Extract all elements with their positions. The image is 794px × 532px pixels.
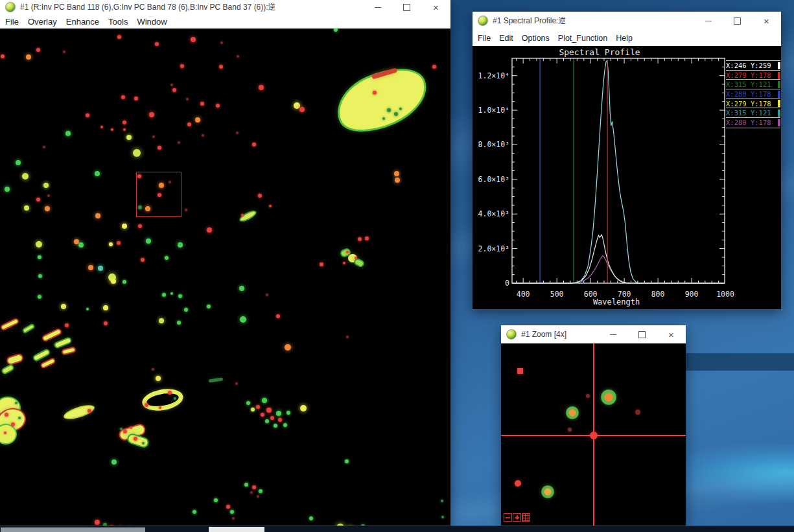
zoom-titlebar[interactable]: #1 Zoom [4x] × [501,325,686,343]
menu-item-file[interactable]: File [478,34,491,43]
selection-box[interactable] [136,172,181,217]
taskbar[interactable] [0,526,794,532]
particle [200,102,204,106]
legend-color-bar [778,72,780,79]
svg-text:400: 400 [517,290,530,299]
particle [38,274,42,278]
minimize-button[interactable] [694,12,723,30]
particle-bar [1,364,15,375]
envi-app-icon [478,16,488,26]
minimize-icon [610,334,616,335]
taskbar-app-segment[interactable] [1,527,145,532]
svg-text:4.0×10³: 4.0×10³ [478,209,509,218]
legend-entry[interactable]: X:279 Y:178 [726,70,780,80]
spectral-titlebar[interactable]: #1 Spectral Profile:逆 × [473,12,781,30]
spectral-plot-area[interactable]: 400500600700800900100002.0×10³4.0×10³6.0… [473,46,781,309]
particle [104,321,108,325]
particle [276,411,281,416]
particle [283,423,287,427]
particle [159,406,161,409]
close-button[interactable]: × [657,325,686,343]
particle [109,242,113,246]
close-icon: × [433,3,439,12]
particle [155,42,159,46]
particle [146,238,151,244]
spectral-profile-window: #1 Spectral Profile:逆 × FileEditOptionsP… [473,12,781,309]
particle [11,422,15,426]
minimize-icon [375,7,381,8]
particle [98,266,103,271]
particle [123,280,126,284]
particle [252,485,256,489]
particle [258,194,262,198]
particle [158,146,161,150]
particle [1,54,5,58]
menu-item-tools[interactable]: Tools [108,17,128,27]
spectral-menubar: FileEditOptionsPlot_FunctionHelp [473,30,781,46]
taskbar-app-segment[interactable] [209,527,264,532]
particle [134,437,137,441]
menu-item-file[interactable]: File [5,17,19,27]
wallpaper-dark-band [681,353,794,371]
particle [121,95,125,99]
particle-bar [61,346,76,355]
zoom-particle-ring [541,485,555,499]
legend-entry[interactable]: X:246 Y:259 [726,60,780,71]
close-button[interactable]: × [752,12,781,30]
legend-entry[interactable]: X:279 Y:178 [726,98,780,108]
legend-entry[interactable]: X:280 Y:178 [726,117,780,128]
particle [373,91,377,95]
particle [256,405,260,409]
menu-item-edit[interactable]: Edit [499,34,513,43]
menu-item-window[interactable]: Window [137,17,167,27]
minimize-button[interactable] [363,0,392,14]
zoom-out-button[interactable] [504,513,512,522]
menu-item-plot-function[interactable]: Plot_Function [558,34,607,43]
particle [149,112,154,117]
particle [38,255,41,259]
menu-item-options[interactable]: Options [522,34,550,43]
particle [230,510,234,514]
maximize-button[interactable] [627,325,657,343]
svg-text:Spectral Profile: Spectral Profile [559,47,640,57]
particle [168,391,172,395]
particle [387,108,391,112]
particle [252,143,256,146]
particle [399,108,402,110]
particle [300,405,307,411]
grid-toggle-button[interactable] [522,513,530,522]
minimize-button[interactable] [598,325,627,343]
maximize-button[interactable] [723,12,752,30]
particle [251,408,255,411]
legend-color-bar [778,119,780,126]
main-menubar: FileOverlayEnhanceToolsWindow [0,14,450,29]
particle [172,88,176,92]
particle [134,97,138,100]
particle [259,489,263,493]
particle [111,459,117,465]
particle-ring [141,386,185,414]
particle [43,146,45,148]
close-button[interactable]: × [421,0,450,14]
particle [78,242,84,248]
menu-item-enhance[interactable]: Enhance [66,17,99,27]
zoom-canvas[interactable] [501,343,686,526]
particle [262,398,267,403]
zoom-in-button[interactable] [513,513,521,522]
particle [36,48,40,52]
svg-text:800: 800 [651,290,665,299]
particle-blob [62,402,96,422]
particle [16,160,21,165]
maximize-icon [638,331,646,338]
legend-entry[interactable]: X:315 Y:121 [726,79,780,89]
menu-item-help[interactable]: Help [616,34,633,43]
particle [4,432,6,434]
menu-item-overlay[interactable]: Overlay [28,17,57,27]
particle [123,128,126,131]
maximize-button[interactable] [392,0,421,14]
main-titlebar[interactable]: #1 (R:Inv PC Band 118 (6),G:Inv PC Band … [0,0,450,14]
particle [266,408,272,413]
image-canvas[interactable] [0,29,450,526]
legend-entry[interactable]: X:280 Y:178 [726,89,780,99]
legend-entry[interactable]: X:315 Y:121 [726,108,780,118]
